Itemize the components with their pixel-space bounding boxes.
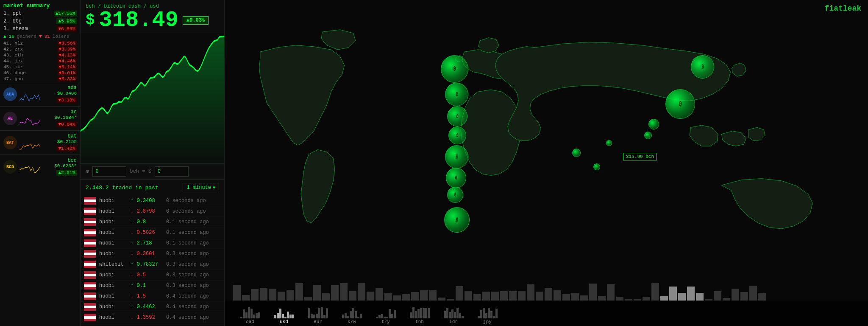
coin-card-bcd[interactable]: BCD bcd $0.6263* ▲2.51% [0,155,80,179]
map-bar-segment [376,288,383,301]
map-bar-segment [687,287,695,301]
loser-item[interactable]: 44. icx ▼4.46% [0,58,80,64]
trade-flag [84,218,96,226]
map-bar-segment [598,296,606,301]
trade-time: 0.1 second ago [166,230,217,236]
loser-rank-name: 45. mkr [3,65,23,70]
bar-segment [454,312,456,318]
trade-exchange: huobi [99,293,129,299]
loser-change: ▼3.39% [57,47,77,52]
chart-pair: bch / bitcoin cash / usd [86,3,219,9]
currency-item-thb[interactable]: thb [403,306,437,326]
coin-sparkline-ada [19,87,40,102]
trades-timeframe[interactable]: 1 minute ▼ [183,183,219,192]
bar-segment [360,314,362,318]
map-bar-segment [349,291,356,301]
currency-mini-chart [376,306,396,318]
trade-time: 0.1 second ago [166,240,217,246]
bar-segment [311,314,313,318]
trade-row: huobi ↓ 1.5 0.4 second ago [81,291,224,302]
coin-card-ae[interactable]: AE ae $0.1684* ▼0.64% [0,106,80,130]
bar-segment [490,311,492,318]
map-bar-segment [536,292,543,301]
bar-segment [415,311,417,318]
coin-card-bat[interactable]: BAT bat $0.2155 ▼1.42% [0,130,80,155]
currency-item-usd[interactable]: usd [267,306,301,326]
map-bar-segment [571,293,579,301]
tooltip-price: 313.99 bch [626,154,654,159]
bar-segment [451,309,453,318]
currency-item-krw[interactable]: krw [335,306,369,326]
coin-name-bat: bat [43,133,77,139]
bar-segment [417,309,420,318]
bar-segment [420,308,422,318]
bar-segment [389,309,391,318]
bubble-small-3 [606,140,612,146]
top-market-item[interactable]: 1. ppt ▲17.56% [0,10,80,17]
trade-row: huobi ↓ 0.5 0.3 second ago [81,270,224,281]
currency-item-jpy[interactable]: jpy [470,306,504,326]
map-bar-segment [358,283,365,301]
currency-item-eur[interactable]: eur [301,306,335,326]
item-change: ▲5.95% [56,18,77,24]
trades-list: huobi ↑ 0.3408 0 seconds ago huobi ↓ 2.8… [81,196,224,326]
dropdown-arrow-icon: ▼ [213,185,215,190]
loser-rank-name: 47. gno [3,76,23,82]
trade-direction-icon: ↑ 0.4462 [131,304,164,310]
currency-label-idr: idr [449,319,458,324]
top-market-item[interactable]: 3. steam ▼6.86% [0,25,80,33]
chart-calc-pair-label: bch = $ [130,169,151,174]
map-bar-segment [589,284,597,301]
trade-direction-icon: ↑ 2.718 [131,240,164,246]
coin-sparkline-bcd [19,159,40,174]
loser-item[interactable]: 43. eth ▼4.13% [0,52,80,58]
trade-flag [84,271,96,279]
map-bar-segment [669,287,677,301]
trade-time: 0.4 second ago [166,315,217,320]
bar-segment [462,316,464,318]
currency-label-usd: usd [280,319,288,324]
map-bar-segment [402,294,410,301]
currency-label-thb: thb [415,319,424,324]
bar-segment [381,314,383,318]
coin-card-ada[interactable]: ADA ada $0.0486 ▼3.18% [0,82,80,106]
coin-change-ada: ▼3.18% [56,97,77,103]
map-bar-segment [527,284,534,301]
bar-segment [480,310,482,318]
loser-item[interactable]: 47. gno ▼6.33% [0,76,80,82]
loser-item[interactable]: 42. zrx ▼3.39% [0,46,80,52]
top-market-item[interactable]: 2. btg ▲5.95% [0,17,80,25]
loser-item[interactable]: 41. xlz ▼3.56% [0,40,80,46]
currency-label-krw: krw [348,319,356,324]
coin-price-bat: $0.2155 [43,139,77,144]
calc-input-right[interactable] [155,166,189,177]
trade-time: 0.3 second ago [166,283,217,289]
currency-item-idr[interactable]: idr [437,306,470,326]
trade-exchange: huobi [99,198,129,204]
map-bar-segment [491,292,499,301]
bar-segment [250,309,253,318]
loser-change: ▼4.13% [57,53,77,58]
trade-exchange: huobi [99,230,129,236]
map-bar-segment [545,288,552,301]
trade-exchange: huobi [99,219,129,225]
loser-item[interactable]: 45. mkr ▼5.14% [0,64,80,70]
trade-time: 0.3 second ago [166,261,217,267]
bar-segment [342,315,344,318]
bar-segment [321,307,323,318]
currency-item-try[interactable]: try [369,306,403,326]
trade-flag [84,282,96,289]
trade-row: huobi ↓ 0.5026 0.1 second ago [81,228,224,238]
price-chart-area [81,33,224,163]
map-bar-segment [251,289,259,301]
bar-segment [391,314,393,318]
calc-input-left[interactable] [92,166,126,177]
trade-flag [84,229,96,236]
loser-item[interactable]: 46. doge ▼6.01% [0,70,80,76]
currency-item-cad[interactable]: cad [233,306,267,326]
bar-segment [478,316,480,318]
losers-count: 31 [45,34,50,39]
trade-direction-icon: ↑ 0.78327 [131,261,164,267]
trade-exchange: huobi [99,251,129,257]
bar-segment [449,312,451,318]
